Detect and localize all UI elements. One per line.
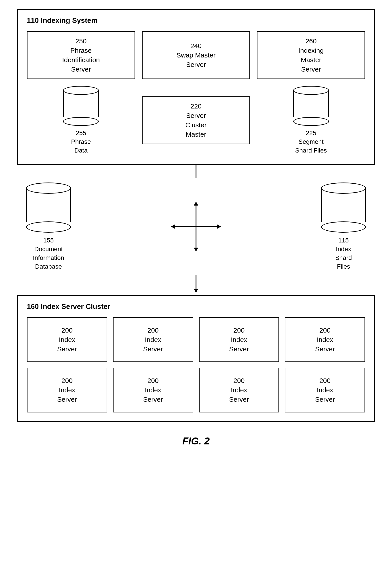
index-server-cell-1: 200 Index Server (27, 317, 107, 362)
arrowhead-up (194, 202, 198, 205)
index-server-text-3: 200 Index Server (229, 326, 249, 354)
index-cluster-label: 160 Index Server Cluster (27, 302, 365, 311)
phrase-data-label: 255 Phrase Data (71, 129, 91, 155)
segment-shard-files-cylinder-container: 225 Segment Shard Files (257, 86, 365, 155)
cylinder-top (63, 86, 99, 95)
phrase-id-server-text: 250 Phrase Identification Server (62, 36, 100, 74)
arrow-horizontal-line (174, 226, 218, 227)
swap-master-server-text: 240 Swap Master Server (176, 41, 215, 69)
swap-master-server-box: 240 Swap Master Server (142, 31, 250, 79)
segment-shard-files-label: 225 Segment Shard Files (295, 129, 327, 155)
index-server-cell-4: 200 Index Server (285, 317, 365, 362)
arrowhead-left (171, 224, 175, 229)
doc-info-db-label: 155 Document Information Database (33, 236, 64, 271)
index-cluster-box: 160 Index Server Cluster 200 Index Serve… (17, 295, 375, 422)
index-server-text-8: 200 Index Server (315, 376, 335, 404)
indexing-master-server-box: 260 Indexing Master Server (257, 31, 365, 79)
arrowhead-down (194, 248, 198, 252)
cylinder-bottom (63, 117, 99, 126)
arrow-area (80, 204, 312, 249)
index-server-text-4: 200 Index Server (315, 326, 335, 354)
middle-section: 155 Document Information Database (17, 178, 375, 276)
server-cluster-master-box: 220 Server Cluster Master (142, 96, 250, 144)
index-server-cell-8: 200 Index Server (285, 368, 365, 412)
doc-cylinder-bottom (26, 221, 71, 233)
index-server-cell-5: 200 Index Server (27, 368, 107, 412)
server-cluster-master-text: 220 Server Cluster Master (185, 102, 207, 139)
cylinder-bottom-2 (293, 117, 329, 126)
connector-line-bottom (196, 275, 196, 289)
server-row-1: 250 Phrase Identification Server 240 Swa… (27, 31, 365, 79)
phrase-id-server-box: 250 Phrase Identification Server (27, 31, 135, 79)
index-server-grid: 200 Index Server 200 Index Server 200 In… (27, 317, 365, 412)
index-cylinder-top (321, 183, 366, 194)
connector-line-top (196, 165, 196, 178)
index-server-cell-2: 200 Index Server (113, 317, 193, 362)
phrase-data-cylinder-container: 255 Phrase Data (27, 86, 135, 155)
index-server-text-7: 200 Index Server (229, 376, 249, 404)
indexing-system-label: 110 Indexing System (27, 16, 365, 25)
indexing-system-box: 110 Indexing System 250 Phrase Identific… (17, 9, 375, 165)
segment-shard-files-cylinder (293, 86, 329, 126)
arrowhead-right (217, 224, 221, 229)
index-shard-files-cylinder (321, 183, 366, 233)
figure-label: FIG. 2 (182, 436, 210, 447)
index-cylinder-bottom (321, 221, 366, 233)
index-server-text-6: 200 Index Server (143, 376, 163, 404)
server-cluster-master-box-container: 220 Server Cluster Master (142, 96, 250, 144)
index-server-cell-3: 200 Index Server (199, 317, 279, 362)
index-server-cell-6: 200 Index Server (113, 368, 193, 412)
index-shard-files-container: 115 Index Shard Files (312, 183, 375, 271)
doc-info-db-container: 155 Document Information Database (17, 183, 80, 271)
doc-info-db-cylinder (26, 183, 71, 233)
index-shard-files-label: 115 Index Shard Files (335, 236, 352, 271)
doc-cylinder-top (26, 183, 71, 194)
connector-arrow-down (194, 289, 198, 293)
index-server-cell-7: 200 Index Server (199, 368, 279, 412)
second-row: 255 Phrase Data 220 Server Cluster Maste… (27, 86, 365, 155)
index-server-text-5: 200 Index Server (57, 376, 77, 404)
middle-connector: 155 Document Information Database (17, 165, 375, 293)
cylinder-top-2 (293, 86, 329, 95)
arrow-cross (174, 204, 218, 249)
indexing-master-server-text: 260 Indexing Master Server (298, 36, 324, 74)
index-server-text-2: 200 Index Server (143, 326, 163, 354)
diagram-container: 110 Indexing System 250 Phrase Identific… (17, 9, 375, 447)
phrase-data-cylinder (63, 86, 99, 126)
index-server-text-1: 200 Index Server (57, 326, 77, 354)
